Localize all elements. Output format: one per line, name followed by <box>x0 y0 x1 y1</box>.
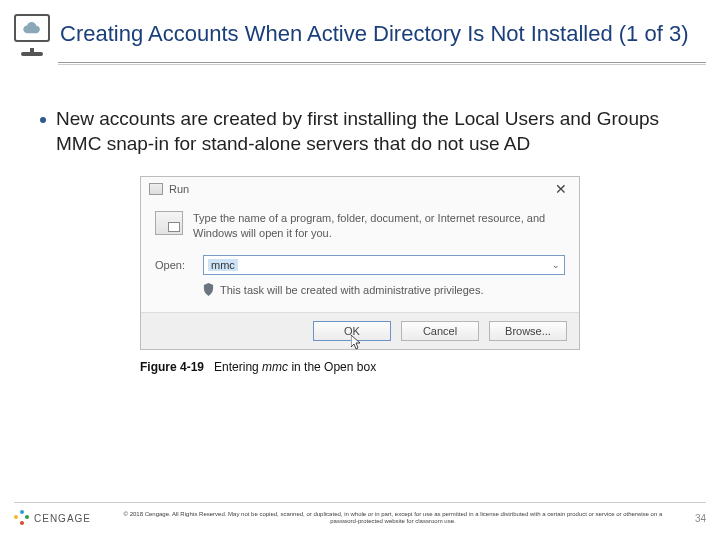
slide-header: Creating Accounts When Active Directory … <box>0 0 720 62</box>
chevron-down-icon[interactable]: ⌄ <box>552 260 560 270</box>
header-monitor-icon <box>14 14 50 54</box>
open-input[interactable]: mmc ⌄ <box>203 255 565 275</box>
title-underline <box>58 62 706 65</box>
run-app-icon <box>149 183 163 195</box>
slide-footer: CENGAGE © 2018 Cengage. All Rights Reser… <box>0 502 720 540</box>
shield-icon <box>203 283 214 296</box>
run-title-text: Run <box>169 183 189 195</box>
run-titlebar: Run ✕ <box>141 177 579 201</box>
slide-title: Creating Accounts When Active Directory … <box>60 21 689 47</box>
cengage-mark-icon <box>14 510 30 526</box>
bullet-dot-icon <box>40 117 46 123</box>
bullet-item: New accounts are created by first instal… <box>0 65 720 156</box>
close-button[interactable]: ✕ <box>551 181 571 197</box>
run-description: Type the name of a program, folder, docu… <box>193 211 565 241</box>
cloud-icon <box>21 21 43 35</box>
figure-caption: Figure 4-19 Entering mmc in the Open box <box>140 360 580 374</box>
cengage-brand-text: CENGAGE <box>34 513 91 524</box>
bullet-text: New accounts are created by first instal… <box>56 107 680 156</box>
page-number: 34 <box>695 513 706 524</box>
cancel-button[interactable]: Cancel <box>401 321 479 341</box>
privilege-text: This task will be created with administr… <box>220 284 484 296</box>
run-dialog: Run ✕ Type the name of a program, folder… <box>140 176 580 350</box>
open-input-value: mmc <box>208 259 238 271</box>
cursor-icon <box>351 335 363 351</box>
cengage-logo: CENGAGE <box>14 510 91 526</box>
open-label: Open: <box>155 259 189 271</box>
run-program-icon <box>155 211 183 235</box>
run-button-row: OK Cancel Browse... <box>141 312 579 349</box>
browse-button[interactable]: Browse... <box>489 321 567 341</box>
privilege-note: This task will be created with administr… <box>155 283 565 296</box>
copyright-text: © 2018 Cengage. All Rights Reserved. May… <box>103 511 683 525</box>
figure-number: Figure 4-19 <box>140 360 204 374</box>
figure: Run ✕ Type the name of a program, folder… <box>140 176 580 374</box>
figure-code: mmc <box>262 360 288 374</box>
